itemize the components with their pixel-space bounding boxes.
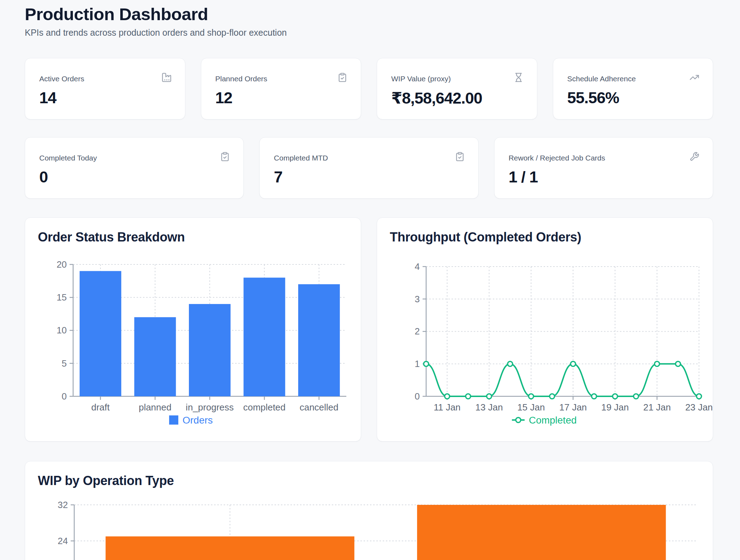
kpi-card-completed-mtd: Completed MTD 7: [259, 137, 478, 199]
completed-line: [426, 364, 699, 396]
svg-text:0: 0: [415, 391, 420, 402]
bar-operation-1: [417, 505, 666, 560]
kpi-card-wip-value: WIP Value (proxy) ₹8,58,642.00: [377, 58, 537, 119]
kpi-card-completed-today: Completed Today 0: [25, 137, 244, 199]
bar-in_progress: [189, 304, 231, 396]
legend-completed[interactable]: Completed: [512, 415, 577, 426]
kpi-value: 12: [215, 89, 232, 107]
page-header: Production Dashboard KPIs and trends acr…: [25, 4, 287, 38]
kpi-value: 1 / 1: [509, 168, 538, 186]
svg-text:19 Jan: 19 Jan: [601, 402, 629, 413]
page-title: Production Dashboard: [25, 4, 287, 24]
svg-text:Orders: Orders: [183, 415, 213, 426]
svg-text:15: 15: [57, 292, 67, 303]
data-point: [424, 361, 429, 366]
kpi-label: Active Orders: [39, 75, 84, 83]
svg-text:21 Jan: 21 Jan: [643, 402, 671, 413]
bar-cancelled: [298, 284, 340, 396]
svg-text:5: 5: [62, 358, 67, 369]
svg-text:20: 20: [57, 259, 67, 270]
data-point: [676, 361, 681, 366]
svg-text:3: 3: [415, 294, 420, 304]
svg-text:in_progress: in_progress: [186, 402, 234, 413]
kpi-value: 0: [39, 168, 48, 186]
legend-orders[interactable]: Orders: [169, 415, 213, 426]
svg-text:10: 10: [57, 325, 67, 336]
data-point: [654, 361, 659, 366]
data-point: [508, 361, 513, 366]
svg-text:1: 1: [415, 358, 420, 369]
order-status-bar-chart: 05101520draftplannedin_progresscompleted…: [25, 218, 361, 441]
page-subtitle: KPIs and trends across production orders…: [25, 28, 287, 38]
svg-text:24: 24: [58, 536, 68, 546]
bar-operation-0: [106, 536, 354, 560]
data-point: [466, 394, 470, 399]
svg-text:17 Jan: 17 Jan: [559, 402, 587, 413]
kpi-label: WIP Value (proxy): [391, 75, 451, 83]
kpi-value: ₹8,58,642.00: [391, 89, 482, 107]
kpi-card-active-orders: Active Orders 14: [25, 58, 185, 119]
svg-text:cancelled: cancelled: [300, 402, 339, 413]
svg-text:23 Jan: 23 Jan: [685, 402, 713, 413]
kpi-value: 14: [39, 89, 56, 107]
charts-row: Order Status Breakdown 05101520draftplan…: [25, 217, 713, 442]
data-point: [613, 394, 618, 399]
kpi-row-1: Active Orders 14 Planned Orders 12 WIP V…: [25, 58, 713, 119]
kpi-card-schedule-adherence: Schedule Adherence 55.56%: [553, 58, 713, 119]
order-status-chart-card: Order Status Breakdown 05101520draftplan…: [25, 217, 361, 442]
data-point: [550, 394, 555, 399]
svg-text:0: 0: [62, 391, 67, 402]
svg-text:Completed: Completed: [529, 415, 577, 426]
throughput-chart-card: Throughput (Completed Orders) 0123411 Ja…: [377, 217, 713, 442]
data-point: [591, 394, 596, 399]
svg-text:2: 2: [415, 326, 420, 337]
kpi-label: Planned Orders: [215, 75, 267, 83]
svg-text:draft: draft: [91, 402, 110, 413]
data-point: [445, 394, 450, 399]
kpi-label: Completed MTD: [274, 154, 328, 162]
kpi-card-planned-orders: Planned Orders 12: [201, 58, 362, 119]
svg-text:4: 4: [415, 261, 420, 272]
factory-icon: [162, 72, 172, 82]
kpi-label: Schedule Adherence: [567, 75, 636, 83]
data-point: [634, 394, 638, 399]
clipboard-check-icon: [455, 152, 465, 162]
kpi-label: Rework / Rejected Job Cards: [509, 154, 605, 162]
kpi-label: Completed Today: [39, 154, 97, 162]
svg-text:15 Jan: 15 Jan: [517, 402, 545, 413]
svg-text:planned: planned: [139, 402, 171, 413]
trending-up-icon: [689, 72, 699, 82]
kpi-row-2: Completed Today 0 Completed MTD 7 Rework…: [25, 137, 713, 199]
svg-text:13 Jan: 13 Jan: [475, 402, 503, 413]
clipboard-check-icon: [337, 72, 347, 82]
svg-text:11 Jan: 11 Jan: [434, 402, 461, 413]
wrench-icon: [689, 152, 699, 162]
kpi-value: 7: [274, 168, 282, 186]
kpi-card-rework-rejected: Rework / Rejected Job Cards 1 / 1: [494, 137, 713, 199]
throughput-line-chart: 0123411 Jan13 Jan15 Jan17 Jan19 Jan21 Ja…: [377, 218, 713, 441]
data-point: [571, 361, 576, 366]
svg-text:32: 32: [58, 500, 68, 510]
wip-operation-chart-card: WIP by Operation Type 08162432: [25, 461, 713, 560]
bar-planned: [134, 317, 176, 396]
svg-text:completed: completed: [243, 402, 286, 413]
data-point: [696, 394, 701, 399]
clipboard-check-icon: [220, 152, 230, 162]
bar-draft: [80, 271, 121, 396]
kpi-value: 55.56%: [567, 89, 619, 107]
hourglass-icon: [514, 72, 524, 82]
wip-operation-bar-chart: 08162432: [25, 461, 713, 560]
wide-chart-row: WIP by Operation Type 08162432: [25, 461, 713, 560]
data-point: [528, 394, 533, 399]
bar-completed: [243, 278, 285, 396]
data-point: [487, 394, 492, 399]
